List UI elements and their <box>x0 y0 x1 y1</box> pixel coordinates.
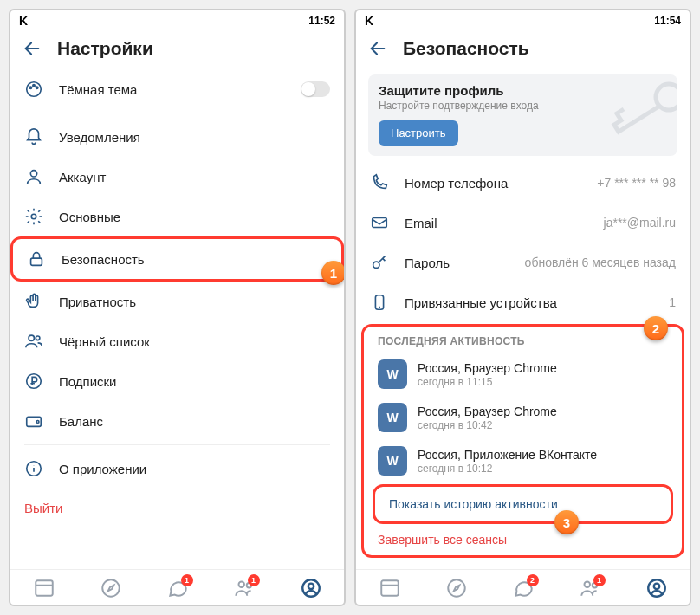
protect-configure-button[interactable]: Настроить <box>379 120 458 146</box>
messages-badge: 1 <box>181 574 193 586</box>
screen-security: K 11:54 Безопасность Защитите профиль На… <box>354 9 691 606</box>
session-time: сегодня в 10:12 <box>418 463 668 475</box>
sidebar-item-privacy[interactable]: Приватность <box>10 282 344 321</box>
end-all-sessions-link[interactable]: Завершить все сеансы <box>364 524 682 555</box>
nav-discover-icon[interactable] <box>100 577 122 599</box>
devices-icon <box>370 293 389 312</box>
session-name: Россия, Браузер Chrome <box>418 405 668 418</box>
sidebar-item-subscriptions[interactable]: Подписки <box>10 361 344 401</box>
nav-news-icon[interactable] <box>33 577 55 599</box>
nav-profile-icon[interactable] <box>645 577 668 599</box>
protect-profile-card: Защитите профиль Настройте подтверждение… <box>368 74 677 156</box>
nav-profile-icon[interactable] <box>300 577 322 599</box>
session-row[interactable]: W Россия, Браузер Chrome сегодня в 10:42 <box>364 396 682 439</box>
step-2-badge: 2 <box>644 316 668 340</box>
svg-rect-20 <box>373 218 387 228</box>
bottom-nav: 1 1 <box>10 569 344 605</box>
svg-point-24 <box>448 579 465 597</box>
vk-app-icon: W <box>378 403 407 432</box>
bottom-nav: 2 1 <box>356 569 690 605</box>
dark-mode-label: Тёмная тема <box>59 82 137 97</box>
ruble-icon <box>24 372 43 391</box>
key-icon <box>370 253 389 272</box>
vk-app-icon: W <box>378 446 407 476</box>
password-label: Пароль <box>405 256 450 270</box>
step-3-badge: 3 <box>554 510 579 534</box>
session-name: Россия, Браузер Chrome <box>418 361 668 375</box>
sidebar-item-security[interactable]: Безопасность <box>13 239 341 279</box>
phone-icon <box>370 173 389 192</box>
gear-icon <box>24 207 43 226</box>
highlight-step-1: Безопасность <box>10 236 344 282</box>
logout-button[interactable]: Выйти <box>10 489 344 528</box>
phone-label: Номер телефона <box>405 176 508 191</box>
bell-icon <box>24 127 43 146</box>
session-row[interactable]: W Россия, Приложение ВКонтакте сегодня в… <box>364 439 682 482</box>
sidebar-item-general[interactable]: Основные <box>10 197 344 236</box>
email-row[interactable]: Email ja***@mail.ru <box>356 203 690 243</box>
messages-badge: 2 <box>527 574 539 586</box>
nav-messages-icon[interactable]: 1 <box>166 577 189 599</box>
password-row[interactable]: Пароль обновлён 6 месяцев назад <box>356 243 690 282</box>
nav-messages-icon[interactable]: 2 <box>512 577 535 599</box>
svg-point-8 <box>36 336 40 340</box>
nav-friends-icon[interactable]: 1 <box>233 577 256 599</box>
svg-point-2 <box>33 85 35 87</box>
session-row[interactable]: W Россия, Браузер Chrome сегодня в 11:15 <box>364 353 682 396</box>
email-label: Email <box>405 216 438 230</box>
friends-badge: 1 <box>593 574 606 586</box>
settings-list: Тёмная тема Уведомления Аккаунт Основные… <box>10 69 344 569</box>
nav-news-icon[interactable] <box>379 577 401 599</box>
status-bar: K 11:54 <box>356 10 690 29</box>
nav-discover-icon[interactable] <box>445 577 468 599</box>
svg-point-28 <box>653 584 659 590</box>
phone-value: +7 *** *** ** 98 <box>597 176 676 190</box>
back-icon[interactable] <box>368 39 387 58</box>
activity-section-title: ПОСЛЕДНЯЯ АКТИВНОСТЬ <box>364 327 682 353</box>
hand-icon <box>24 292 43 311</box>
header: Безопасность <box>356 29 690 69</box>
key-icon <box>593 78 677 142</box>
status-time: 11:54 <box>654 15 681 27</box>
svg-point-1 <box>29 87 31 88</box>
sidebar-item-account[interactable]: Аккаунт <box>10 157 344 197</box>
dark-mode-row[interactable]: Тёмная тема <box>10 69 344 109</box>
nav-friends-icon[interactable]: 1 <box>579 577 601 599</box>
step-1-badge: 1 <box>321 261 344 285</box>
sidebar-item-about[interactable]: О приложении <box>10 449 344 489</box>
back-icon[interactable] <box>23 39 42 58</box>
security-content: Защитите профиль Настройте подтверждение… <box>356 69 690 569</box>
devices-value: 1 <box>669 295 676 309</box>
svg-point-7 <box>29 335 34 340</box>
item-label: Баланс <box>59 414 103 429</box>
sidebar-item-blacklist[interactable]: Чёрный список <box>10 321 344 361</box>
sidebar-item-balance[interactable]: Баланс <box>10 401 344 441</box>
item-label: Чёрный список <box>59 334 150 349</box>
item-label: Подписки <box>59 374 117 389</box>
devices-row[interactable]: Привязанные устройства 1 <box>356 282 690 322</box>
show-activity-history-link[interactable]: Показать историю активности <box>375 487 671 521</box>
svg-point-15 <box>238 581 244 587</box>
info-icon <box>24 459 43 478</box>
svg-point-9 <box>27 374 42 389</box>
svg-point-14 <box>102 579 120 597</box>
item-label: Уведомления <box>59 130 140 145</box>
item-label: О приложении <box>59 462 146 476</box>
svg-point-21 <box>373 262 379 268</box>
svg-point-11 <box>36 421 39 424</box>
svg-rect-23 <box>381 580 399 595</box>
mail-icon <box>370 213 389 232</box>
highlight-step-3: Показать историю активности <box>373 484 673 524</box>
phone-row[interactable]: Номер телефона +7 *** *** ** 98 <box>356 163 690 203</box>
users-slash-icon <box>24 332 43 351</box>
status-app-letter: K <box>365 14 373 28</box>
status-app-letter: K <box>19 14 28 28</box>
item-label: Приватность <box>59 295 136 309</box>
svg-point-3 <box>36 87 37 88</box>
lock-icon <box>27 249 46 269</box>
sidebar-item-notifications[interactable]: Уведомления <box>10 117 344 157</box>
item-label: Основные <box>59 210 120 224</box>
dark-mode-toggle[interactable] <box>301 81 330 97</box>
palette-icon <box>24 80 43 99</box>
friends-badge: 1 <box>248 574 260 586</box>
